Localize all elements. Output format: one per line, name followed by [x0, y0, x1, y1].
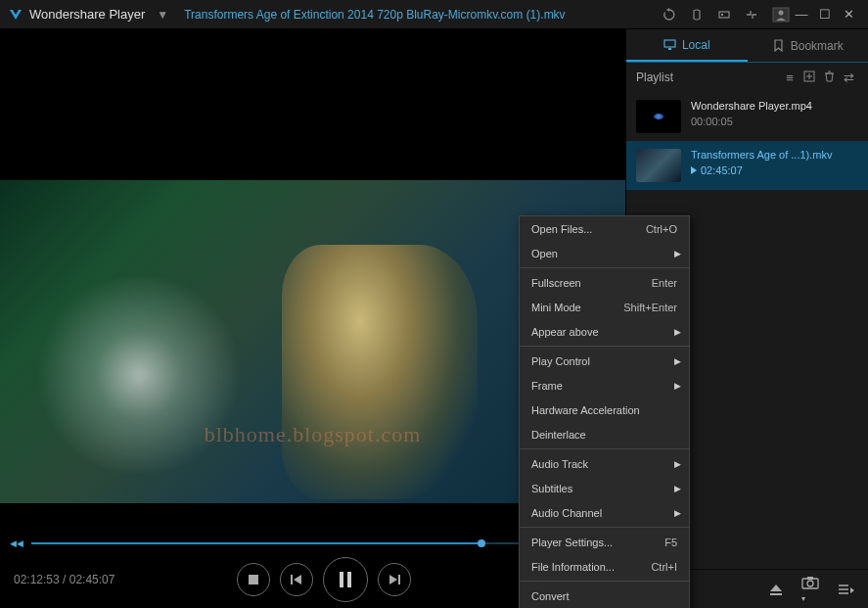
- menu-item-label: Subtitles: [531, 483, 677, 494]
- svg-rect-1: [721, 14, 723, 16]
- playlist-item-duration: 00:00:05: [691, 116, 858, 127]
- playlist-header: Playlist ≡ ⇄: [626, 63, 868, 92]
- window-title: Transformers Age of Extinction 2014 720p…: [184, 8, 565, 22]
- menu-item-shortcut: Enter: [652, 277, 677, 289]
- bookmark-icon: [772, 39, 785, 52]
- menu-item-label: Open: [531, 248, 677, 259]
- monitor-icon: [663, 38, 676, 51]
- menu-item[interactable]: File Information...Ctrl+I: [520, 554, 689, 579]
- svg-rect-8: [398, 575, 400, 585]
- menu-item[interactable]: Convert: [520, 584, 689, 608]
- playlist-item-name: Transformers Age of ...1).mkv: [691, 149, 858, 161]
- app-name: Wondershare Player: [29, 7, 145, 22]
- menu-item[interactable]: Mini ModeShift+Enter: [520, 295, 689, 319]
- playlist-item[interactable]: Transformers Age of ...1).mkv 02:45:07: [626, 141, 868, 190]
- seekbar[interactable]: [31, 542, 594, 544]
- user-icon[interactable]: [772, 7, 790, 23]
- menu-item-label: Hardware Acceleration: [531, 404, 677, 416]
- menu-item-label: Convert: [531, 590, 677, 602]
- menu-item[interactable]: Audio Track▶: [520, 451, 689, 476]
- eject-icon[interactable]: [768, 583, 784, 596]
- next-button[interactable]: [378, 563, 411, 596]
- menu-item-label: Player Settings...: [531, 537, 664, 548]
- menu-item-label: Audio Track: [531, 458, 677, 470]
- sort-icon[interactable]: ⇄: [839, 70, 858, 85]
- menu-item[interactable]: Play Control▶: [520, 349, 689, 373]
- submenu-arrow-icon: ▶: [674, 327, 681, 337]
- menu-item[interactable]: Frame▶: [520, 373, 689, 398]
- svg-rect-9: [664, 40, 675, 47]
- playlist-thumb: [636, 149, 681, 182]
- app-menu-dropdown[interactable]: ▼: [157, 8, 168, 22]
- svg-rect-5: [291, 575, 293, 585]
- menu-item-shortcut: F5: [664, 537, 677, 548]
- menu-item-shortcut: Shift+Enter: [623, 302, 677, 313]
- submenu-arrow-icon: ▶: [674, 484, 681, 493]
- maximize-button[interactable]: ☐: [813, 7, 837, 22]
- menu-item[interactable]: FullscreenEnter: [520, 270, 689, 295]
- app-logo-icon: [8, 7, 23, 23]
- menu-item[interactable]: Subtitles▶: [520, 476, 689, 500]
- titlebar: Wondershare Player ▼ Transformers Age of…: [0, 0, 868, 29]
- list-view-icon[interactable]: ≡: [780, 70, 799, 85]
- tool-icon-2[interactable]: [717, 8, 731, 22]
- playlist-item-duration: 02:45:07: [691, 164, 858, 176]
- tab-bookmark[interactable]: Bookmark: [748, 29, 869, 62]
- svg-rect-7: [347, 572, 351, 587]
- tool-icon-3[interactable]: [745, 8, 758, 22]
- playlist-thumb: [636, 100, 681, 133]
- stop-button[interactable]: [237, 563, 270, 596]
- menu-item-label: Open Files...: [531, 223, 646, 235]
- svg-point-14: [807, 581, 813, 586]
- minimize-button[interactable]: —: [790, 7, 813, 22]
- submenu-arrow-icon: ▶: [674, 381, 681, 391]
- menu-item-label: Fullscreen: [531, 277, 652, 289]
- seek-back-icon[interactable]: ◀◀: [10, 538, 23, 548]
- add-item-icon[interactable]: [799, 70, 819, 85]
- menu-item-label: Play Control: [531, 355, 677, 367]
- menu-item[interactable]: Audio Channel▶: [520, 500, 689, 525]
- close-button[interactable]: ✕: [837, 7, 860, 22]
- menu-item-label: Appear above: [531, 326, 677, 338]
- tool-icon-1[interactable]: [690, 8, 704, 22]
- delete-icon[interactable]: [819, 70, 839, 85]
- submenu-arrow-icon: ▶: [674, 249, 681, 258]
- refresh-icon[interactable]: [662, 8, 676, 22]
- playing-icon: [691, 166, 697, 174]
- pause-button[interactable]: [323, 557, 368, 602]
- menu-item[interactable]: Open Files...Ctrl+O: [520, 216, 689, 241]
- playlist-item-name: Wondershare Player.mp4: [691, 100, 858, 112]
- snapshot-icon[interactable]: ▾: [801, 576, 819, 603]
- menu-item-shortcut: Ctrl+I: [651, 561, 677, 573]
- submenu-arrow-icon: ▶: [674, 356, 681, 366]
- tab-local[interactable]: Local: [626, 29, 748, 62]
- time-display: 02:12:53 / 02:45:07: [14, 573, 114, 586]
- menu-item[interactable]: Open▶: [520, 241, 689, 265]
- playlist-item[interactable]: Wondershare Player.mp4 00:00:05: [626, 92, 868, 141]
- svg-rect-0: [719, 12, 729, 18]
- menu-item[interactable]: Hardware Acceleration: [520, 398, 689, 422]
- menu-item-label: Deinterlace: [531, 429, 677, 441]
- submenu-arrow-icon: ▶: [674, 459, 681, 469]
- playlist-toggle-icon[interactable]: [837, 583, 854, 596]
- svg-rect-12: [770, 593, 782, 595]
- svg-point-3: [779, 10, 784, 15]
- submenu-arrow-icon: ▶: [674, 508, 681, 518]
- menu-item[interactable]: Deinterlace: [520, 422, 689, 446]
- svg-rect-6: [340, 572, 343, 587]
- menu-item[interactable]: Appear above▶: [520, 319, 689, 344]
- menu-item-shortcut: Ctrl+O: [646, 223, 677, 235]
- svg-rect-10: [668, 48, 671, 50]
- context-menu: Open Files...Ctrl+OOpen▶FullscreenEnterM…: [519, 215, 690, 608]
- menu-item[interactable]: Player Settings...F5: [520, 530, 689, 554]
- menu-item-label: Frame: [531, 380, 677, 392]
- title-tool-icons: [662, 7, 790, 23]
- prev-button[interactable]: [280, 563, 313, 596]
- menu-item-label: Audio Channel: [531, 507, 677, 519]
- menu-item-label: File Information...: [531, 561, 651, 573]
- svg-rect-4: [249, 575, 258, 585]
- svg-rect-15: [807, 577, 813, 580]
- menu-item-label: Mini Mode: [531, 302, 623, 313]
